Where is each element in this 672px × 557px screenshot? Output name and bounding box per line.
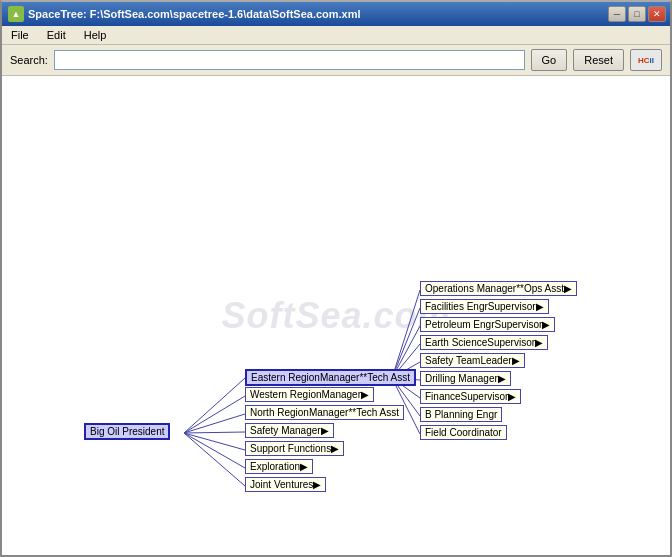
title-controls: ─ □ ✕ [608,6,666,22]
minimize-button[interactable]: ─ [608,6,626,22]
watermark: SoftSea.com [221,295,450,337]
svg-line-2 [184,414,245,433]
svg-line-0 [184,378,245,433]
tree-lines [2,76,670,555]
reset-button[interactable]: Reset [573,49,624,71]
node-eastern[interactable]: Eastern RegionManager**Tech Asst [245,369,416,386]
main-window: ▲ SpaceTree: F:\SoftSea.com\spacetree-1.… [0,0,672,557]
search-label: Search: [10,54,48,66]
svg-line-7 [392,290,420,378]
node-drilling[interactable]: Drilling Manager▶ [420,371,511,386]
menu-edit[interactable]: Edit [44,28,69,42]
window-title: SpaceTree: F:\SoftSea.com\spacetree-1.6\… [28,8,361,20]
menu-bar: File Edit Help [2,26,670,45]
node-root[interactable]: Big Oil President [84,423,170,440]
node-safety[interactable]: Safety Manager▶ [245,423,334,438]
go-button[interactable]: Go [531,49,568,71]
app-icon: ▲ [8,6,24,22]
node-field[interactable]: Field Coordinator [420,425,507,440]
node-earth[interactable]: Earth ScienceSupervisor▶ [420,335,548,350]
node-facilities[interactable]: Facilities EngrSupervisor▶ [420,299,549,314]
menu-file[interactable]: File [8,28,32,42]
node-bplanning[interactable]: B Planning Engr [420,407,502,422]
title-bar: ▲ SpaceTree: F:\SoftSea.com\spacetree-1.… [2,2,670,26]
canvas-area: SoftSea.com Big Oil President [2,76,670,555]
svg-line-6 [184,433,245,486]
close-button[interactable]: ✕ [648,6,666,22]
svg-line-8 [392,308,420,378]
menu-help[interactable]: Help [81,28,110,42]
toolbar: Search: Go Reset HCil [2,45,670,76]
node-safetyldr[interactable]: Safety TeamLeader▶ [420,353,525,368]
node-western[interactable]: Western RegionManager▶ [245,387,374,402]
node-north[interactable]: North RegionManager**Tech Asst [245,405,404,420]
maximize-button[interactable]: □ [628,6,646,22]
node-support[interactable]: Support Functions▶ [245,441,344,456]
node-exploration[interactable]: Exploration▶ [245,459,313,474]
node-finance[interactable]: FinanceSupervisor▶ [420,389,521,404]
svg-line-3 [184,432,245,433]
svg-line-1 [184,396,245,433]
hcil-button[interactable]: HCil [630,49,662,71]
node-ops[interactable]: Operations Manager**Ops Asst▶ [420,281,577,296]
svg-line-5 [184,433,245,468]
title-bar-left: ▲ SpaceTree: F:\SoftSea.com\spacetree-1.… [8,6,361,22]
svg-line-4 [184,433,245,450]
node-joint[interactable]: Joint Ventures▶ [245,477,326,492]
node-petroleum[interactable]: Petroleum EngrSupervisor▶ [420,317,555,332]
search-input[interactable] [54,50,525,70]
